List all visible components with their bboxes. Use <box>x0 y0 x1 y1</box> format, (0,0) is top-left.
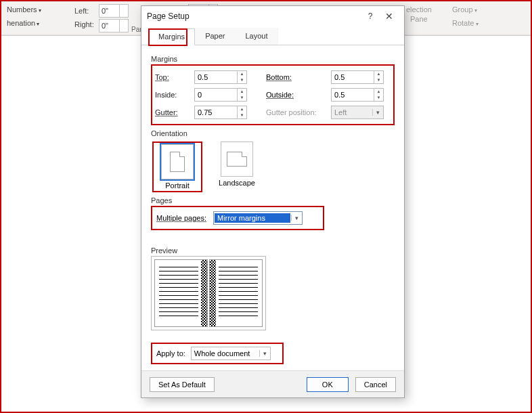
indent-left-label: Left: <box>74 7 89 15</box>
cancel-button[interactable]: Cancel <box>355 377 396 392</box>
bottom-input[interactable]: 0.5▲▼ <box>331 70 384 84</box>
tab-strip: Margins Paper Layout <box>141 28 404 45</box>
inside-label: Inside: <box>155 91 194 99</box>
bottom-label: Bottom: <box>266 73 331 81</box>
preview-page-right <box>209 259 263 327</box>
group-menu[interactable]: Group ▾ <box>452 5 477 14</box>
pages-group-label: Pages <box>151 196 395 204</box>
apply-to-label: Apply to: <box>156 349 185 357</box>
gutter-label: Gutter: <box>155 108 194 116</box>
multiple-pages-combo[interactable]: Mirror margins ▾ <box>213 211 303 225</box>
orientation-portrait[interactable]: Portrait <box>155 144 200 190</box>
indent-left-input[interactable]: 0" <box>99 4 129 18</box>
indent-right-input[interactable]: 0" <box>99 19 129 32</box>
chevron-down-icon: ▾ <box>291 215 302 221</box>
top-input[interactable]: 0.5▲▼ <box>194 70 247 84</box>
help-button[interactable]: ? <box>361 12 380 21</box>
margins-fields: Top: 0.5▲▼ Bottom: 0.5▲▼ Inside: 0▲▼ Out… <box>151 64 395 125</box>
orientation-landscape[interactable]: Landscape <box>215 142 259 192</box>
margins-group-label: Margins <box>151 55 395 63</box>
rotate-menu[interactable]: Rotate ▾ <box>452 19 479 27</box>
hyphenation-menu[interactable]: henation ▾ <box>7 19 39 27</box>
apply-to-combo[interactable]: Whole document▾ <box>191 347 271 360</box>
dialog-title: Page Setup <box>147 12 361 21</box>
multiple-pages-row: Multiple pages: Mirror margins ▾ <box>151 206 324 230</box>
inside-input[interactable]: 0▲▼ <box>194 88 247 102</box>
outside-label: Outside: <box>266 91 331 99</box>
preview-page-left <box>154 259 208 327</box>
top-label: Top: <box>155 73 194 81</box>
gutter-position-combo: Left▾ <box>331 106 384 119</box>
set-as-default-button[interactable]: Set As Default <box>150 377 215 392</box>
selection-pane-partial[interactable]: election <box>406 5 432 14</box>
apply-to-row: Apply to: Whole document▾ <box>151 343 284 364</box>
highlight-portrait: Portrait <box>152 142 202 192</box>
portrait-icon <box>170 152 185 172</box>
gutter-input[interactable]: 0.75▲▼ <box>194 106 247 119</box>
multiple-pages-label: Multiple pages: <box>156 214 206 222</box>
line-numbers-menu[interactable]: Numbers ▾ <box>7 5 41 14</box>
tab-layout[interactable]: Layout <box>235 28 278 45</box>
outside-input[interactable]: 0.5▲▼ <box>331 88 384 102</box>
orientation-group-label: Orientation <box>151 129 395 137</box>
tab-margins[interactable]: Margins <box>148 28 195 45</box>
preview-label: Preview <box>151 246 395 255</box>
page-setup-dialog: Page Setup ? ✕ Margins Paper Layout Marg… <box>141 5 405 398</box>
landscape-icon <box>227 152 247 167</box>
preview-pane <box>151 256 266 330</box>
selection-pane-label2: Pane <box>410 15 428 23</box>
tab-paper[interactable]: Paper <box>195 28 235 45</box>
gutter-position-label: Gutter position: <box>266 108 331 116</box>
ok-button[interactable]: OK <box>307 377 349 392</box>
indent-right-label: Right: <box>74 20 94 28</box>
close-button[interactable]: ✕ <box>380 11 399 22</box>
